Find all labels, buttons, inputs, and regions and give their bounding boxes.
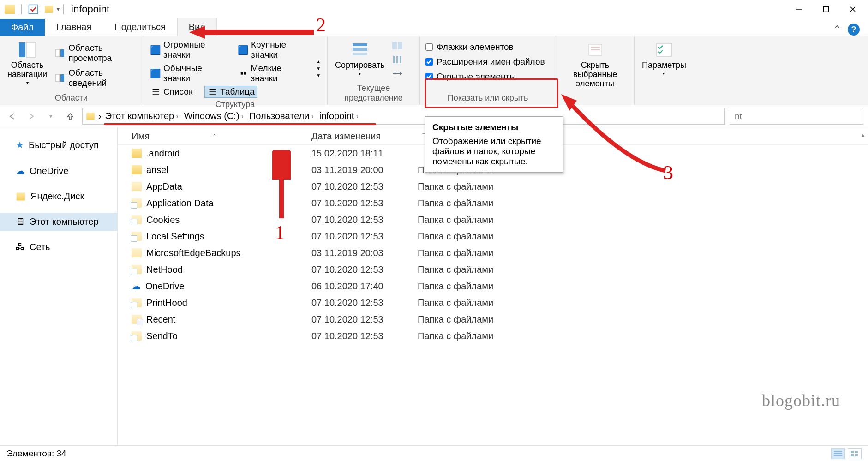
table-row[interactable]: SendTo 07.10.2020 12:53 Папка с файлами [118,328,868,344]
size-columns-icon[interactable] [392,68,402,78]
svg-marker-31 [275,150,288,162]
up-button[interactable] [63,109,78,124]
properties-icon[interactable] [28,4,38,14]
svg-rect-16 [393,56,395,63]
search-input[interactable]: nt [730,108,863,125]
table-row[interactable]: Recent 07.10.2020 12:53 Папка с файлами [118,311,868,328]
hide-selected-button[interactable]: Скрыть выбранные элементы [561,39,629,89]
file-extensions-toggle[interactable]: Расширения имен файлов [425,55,546,68]
svg-rect-10 [60,74,64,82]
layout-down-icon[interactable]: ▼ [314,66,323,71]
file-name: PrintHood [146,298,187,308]
svg-rect-6 [26,42,36,57]
hidden-items-toggle[interactable]: Скрытые элементы [425,70,546,83]
group-panes-label: Области [5,91,138,104]
table-row[interactable]: NetHood 07.10.2020 12:53 Папка с файлами [118,261,868,278]
view-icons-icon[interactable] [848,448,862,459]
svg-rect-28 [851,454,854,456]
crumb-thispc[interactable]: Этот компьютер› [103,111,180,121]
recent-dropdown-icon[interactable]: ▾ [43,109,58,124]
sort-button[interactable]: Сортировать ▾ [332,39,388,77]
table-row[interactable]: ☁OneDrive 06.10.2020 17:40 Папка с файла… [118,278,868,294]
file-type: Папка с файлами [418,231,556,242]
help-icon[interactable]: ? [848,24,860,36]
view-details-icon[interactable] [831,448,845,459]
svg-rect-26 [851,451,854,453]
annotation-arrow-2 [189,23,314,42]
folder-icon [132,265,142,274]
tab-share[interactable]: Поделиться [103,18,177,36]
annotation-2: 2 [316,14,326,36]
svg-rect-7 [56,49,60,57]
crumb-drive[interactable]: Windows (C:)› [182,111,245,121]
layout-medium[interactable]: 🟦Обычные значки [148,62,227,84]
file-date: 07.10.2020 12:53 [311,231,418,242]
group-by-icon[interactable] [392,41,402,51]
file-type: Папка с файлами [418,314,556,325]
layout-huge[interactable]: 🟦Огромные значки [148,39,226,61]
file-type: Папка с файлами [418,298,556,308]
back-button[interactable] [5,109,19,124]
navigation-pane-button[interactable]: Область навигации ▾ [5,39,50,86]
close-button[interactable] [839,1,866,18]
details-pane-button[interactable]: Область сведений [54,66,138,90]
folder-icon [132,215,142,224]
sidebar-onedrive[interactable]: ☁ OneDrive [0,162,117,180]
folder-icon [132,248,142,257]
scrollbar[interactable]: ▴ [859,130,867,139]
add-columns-icon[interactable] [392,54,402,65]
file-name: ansel [146,165,168,175]
svg-rect-13 [353,53,367,55]
crumb-users[interactable]: Пользователи› [247,111,316,121]
layout-small[interactable]: ▪▪Мелкие значки [236,62,308,84]
table-row[interactable]: Local Settings 07.10.2020 12:53 Папка с … [118,228,868,245]
table-row[interactable]: AppData 07.10.2020 12:53 Папка с файлами [118,178,868,195]
file-date: 03.11.2019 20:03 [311,248,418,258]
layout-more-icon[interactable]: ▼ [314,73,323,78]
sidebar-quick-access[interactable]: ★ Быстрый доступ [0,136,117,154]
sidebar-this-pc[interactable]: 🖥 Этот компьютер [0,213,117,231]
file-name: OneDrive [145,281,184,292]
ribbon-tabs: Файл Главная Поделиться Вид ⌃ ? [0,18,868,36]
svg-rect-0 [29,5,37,13]
layout-large[interactable]: 🟦Крупные значки [235,39,308,61]
table-row[interactable]: Cookies 07.10.2020 12:53 Папка с файлами [118,211,868,228]
collapse-ribbon-icon[interactable]: ⌃ [833,24,841,36]
layout-list[interactable]: ☰Список [148,86,195,98]
table-row[interactable]: PrintHood 07.10.2020 12:53 Папка с файла… [118,294,868,311]
table-row[interactable]: MicrosoftEdgeBackups 03.11.2019 20:03 Па… [118,245,868,261]
table-row[interactable]: Application Data 07.10.2020 12:53 Папка … [118,195,868,211]
file-name: MicrosoftEdgeBackups [146,248,241,258]
tab-home[interactable]: Главная [45,18,103,36]
folder-icon [86,113,95,120]
file-date: 07.10.2020 12:53 [311,314,418,325]
file-name: AppData [146,181,182,192]
sidebar-yandex-disk[interactable]: Яндекс.Диск [0,187,117,205]
folder-icon [132,331,142,341]
network-icon: 🖧 [16,242,25,252]
separator [21,4,22,14]
layout-table[interactable]: ☰Таблица [204,86,257,98]
file-date: 07.10.2020 12:53 [311,181,418,192]
sidebar-network[interactable]: 🖧 Сеть [0,238,117,256]
maximize-button[interactable] [813,1,839,18]
minimize-button[interactable] [786,1,813,18]
annotation-arrow-1 [272,150,291,219]
svg-rect-11 [353,43,367,46]
crumb-infopoint[interactable]: infopoint› [317,111,360,121]
folder-small-icon[interactable] [44,4,54,14]
titlebar: ▾ infopoint [0,0,868,18]
preview-pane-button[interactable]: Область просмотра [54,42,138,65]
item-checkboxes-toggle[interactable]: Флажки элементов [425,41,546,54]
tab-file[interactable]: Файл [0,19,45,36]
svg-rect-29 [855,454,858,456]
options-button[interactable]: Параметры ▾ [639,39,689,77]
forward-button[interactable] [24,109,39,124]
layout-up-icon[interactable]: ▲ [314,59,323,64]
annotation-arrow-3 [559,92,670,175]
file-name: Application Data [146,198,214,209]
file-name: NetHood [146,264,183,275]
file-date: 07.10.2020 12:53 [311,198,418,209]
svg-rect-8 [60,49,64,57]
file-type: Папка с файлами [418,264,556,275]
